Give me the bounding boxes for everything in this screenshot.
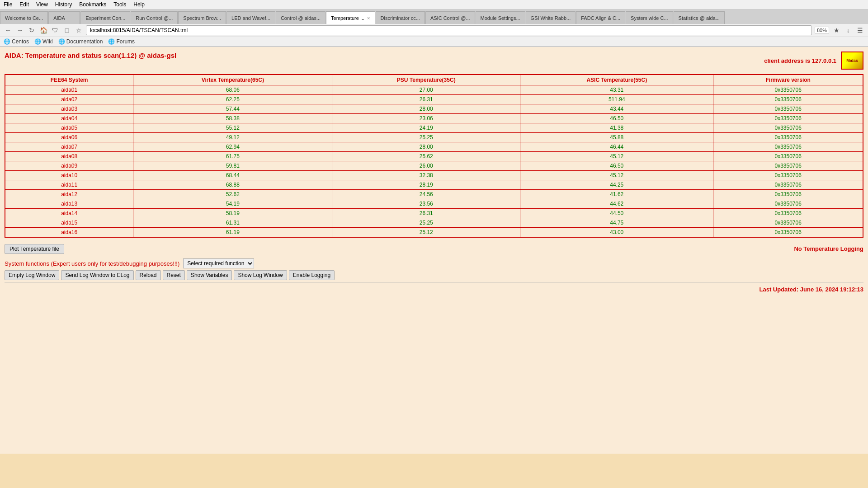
table-cell-virtex: 61.75	[133, 152, 332, 161]
bookmark-forums-label: Forums	[116, 38, 135, 45]
table-cell-system: aida05	[5, 123, 133, 133]
tab-13[interactable]: System wide C...	[626, 11, 673, 24]
bookmark-documentation[interactable]: 🌐 Documentation	[58, 38, 103, 45]
tab-11[interactable]: GSI White Rabb...	[526, 11, 576, 24]
menu-help[interactable]: Help	[133, 1, 145, 8]
menu-history[interactable]: History	[55, 1, 72, 8]
table-cell-virtex: 68.06	[133, 85, 332, 95]
shield-icon: 🛡	[51, 26, 60, 35]
bookmark-centos[interactable]: 🌐 Centos	[4, 38, 29, 45]
reset-button[interactable]: Reset	[163, 270, 185, 280]
bookmark-wiki[interactable]: 🌐 Wiki	[34, 38, 53, 45]
table-row: aida0357.4428.0043.440x3350706	[5, 104, 863, 114]
reload-button[interactable]: Reload	[136, 270, 161, 280]
table-row: aida0762.9428.0046.440x3350706	[5, 142, 863, 152]
table-cell-asic: 44.25	[520, 180, 713, 190]
send-log-button[interactable]: Send Log Window to ELog	[61, 270, 133, 280]
table-cell-psu: 32.38	[332, 171, 520, 180]
last-updated: Last Updated: June 16, 2024 19:12:13	[5, 286, 863, 293]
empty-log-window-button[interactable]: Empty Log Window	[5, 270, 59, 280]
table-cell-firmware: 0x3350706	[713, 190, 863, 199]
menu-tools[interactable]: Tools	[113, 1, 126, 8]
table-cell-system: aida12	[5, 190, 133, 199]
table-cell-virtex: 52.62	[133, 190, 332, 199]
table-row: aida1561.3125.2544.750x3350706	[5, 218, 863, 228]
tab-14[interactable]: Statistics @ aida...	[674, 11, 725, 24]
buttons-row: Empty Log WindowSend Log Window to ELogR…	[5, 270, 863, 280]
table-header: Virtex Temperature(65C)	[133, 75, 332, 85]
url-input[interactable]	[86, 25, 812, 35]
table-row: aida1661.1925.1243.000x3350706	[5, 228, 863, 238]
home-button[interactable]: 🏠	[39, 26, 48, 35]
table-cell-virtex: 68.88	[133, 180, 332, 190]
tab-5[interactable]: LED and Wavef...	[226, 11, 275, 24]
table-cell-asic: 44.62	[520, 199, 713, 209]
menu-edit[interactable]: Edit	[19, 1, 29, 8]
table-cell-virtex: 58.19	[133, 209, 332, 218]
table-cell-asic: 44.75	[520, 218, 713, 228]
download-icon[interactable]: ↓	[844, 26, 853, 35]
globe-icon-docs: 🌐	[58, 38, 65, 45]
bookmark-centos-label: Centos	[12, 38, 29, 45]
forward-button[interactable]: →	[15, 26, 24, 35]
table-cell-system: aida15	[5, 218, 133, 228]
tab-1[interactable]: AIDA	[48, 11, 80, 24]
tab-12[interactable]: FADC Align & C...	[576, 11, 625, 24]
tab-8[interactable]: Discriminator cc...	[376, 11, 425, 24]
tab-10[interactable]: Module Settings...	[476, 11, 525, 24]
table-row: aida0861.7525.6245.120x3350706	[5, 152, 863, 161]
menu-file[interactable]: File	[4, 1, 12, 8]
show-log-window-button[interactable]: Show Log Window	[234, 270, 287, 280]
table-cell-asic: 45.12	[520, 152, 713, 161]
table-row: aida1168.8828.1944.250x3350706	[5, 180, 863, 190]
menu-icon[interactable]: ☰	[855, 26, 864, 35]
table-cell-firmware: 0x3350706	[713, 171, 863, 180]
menu-bookmarks[interactable]: Bookmarks	[79, 1, 106, 8]
table-cell-firmware: 0x3350706	[713, 133, 863, 142]
tab-4[interactable]: Spectrum Brow...	[178, 11, 226, 24]
tab-7[interactable]: Temperature ...×	[326, 11, 375, 24]
reload-nav-button[interactable]: ↻	[27, 26, 36, 35]
table-cell-virtex: 57.44	[133, 104, 332, 114]
table-cell-virtex: 49.12	[133, 133, 332, 142]
tab-close-icon[interactable]: ×	[367, 15, 370, 21]
globe-icon: 🌐	[4, 38, 10, 45]
table-cell-firmware: 0x3350706	[713, 228, 863, 238]
table-cell-psu: 25.25	[332, 133, 520, 142]
table-cell-virtex: 58.38	[133, 114, 332, 123]
plot-temperature-button[interactable]: Plot Temperature file	[5, 244, 64, 254]
menu-view[interactable]: View	[36, 1, 48, 8]
table-cell-asic: 45.12	[520, 171, 713, 180]
tab-0[interactable]: Welcome to Ce...	[0, 11, 48, 24]
table-cell-virtex: 62.25	[133, 95, 332, 104]
table-cell-system: aida10	[5, 171, 133, 180]
tab-9[interactable]: ASIC Control @...	[425, 11, 475, 24]
bookmark-icon: ☆	[74, 26, 83, 35]
table-cell-psu: 25.25	[332, 218, 520, 228]
temperature-table: FEE64 SystemVirtex Temperature(65C)PSU T…	[5, 74, 863, 238]
tab-3[interactable]: Run Control @...	[131, 11, 178, 24]
table-cell-psu: 24.19	[332, 123, 520, 133]
globe-icon-forums: 🌐	[108, 38, 115, 45]
table-cell-virtex: 61.19	[133, 228, 332, 238]
table-cell-asic: 41.62	[520, 190, 713, 199]
function-select[interactable]: Select required function	[183, 258, 254, 268]
tab-2[interactable]: Experiment Con...	[80, 11, 130, 24]
table-cell-system: aida06	[5, 133, 133, 142]
table-cell-virtex: 54.19	[133, 199, 332, 209]
enable-logging-button[interactable]: Enable Logging	[289, 270, 335, 280]
table-cell-firmware: 0x3350706	[713, 180, 863, 190]
star-icon[interactable]: ★	[832, 26, 841, 35]
show-variables-button[interactable]: Show Variables	[187, 270, 232, 280]
back-button[interactable]: ←	[4, 26, 13, 35]
table-cell-asic: 511.94	[520, 95, 713, 104]
bookmark-forums[interactable]: 🌐 Forums	[108, 38, 135, 45]
table-header: FEE64 System	[5, 75, 133, 85]
table-cell-firmware: 0x3350706	[713, 85, 863, 95]
table-cell-psu: 23.56	[332, 199, 520, 209]
page-header: AIDA: Temperature and status scan(1.12) …	[5, 52, 863, 70]
page-content: AIDA: Temperature and status scan(1.12) …	[0, 47, 868, 454]
tab-6[interactable]: Control @ aidas...	[276, 11, 326, 24]
table-cell-asic: 46.50	[520, 114, 713, 123]
table-cell-system: aida08	[5, 152, 133, 161]
